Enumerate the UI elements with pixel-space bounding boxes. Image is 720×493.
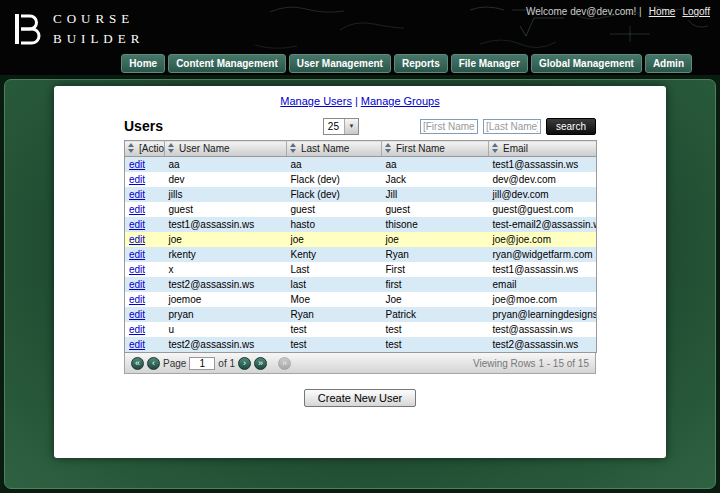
table-row: edittest2@assassin.wstesttesttest2@assas… [125,337,597,353]
sort-icon[interactable] [128,143,135,153]
cell-first-name: first [382,277,489,292]
sort-icon[interactable] [290,143,297,153]
cell-last-name: Moe [287,292,382,307]
column-header-action[interactable]: [Action] [125,141,165,157]
users-panel: Manage Users|Manage Groups Users 25 sear… [54,86,666,458]
cell-email: test2@assassin.ws [489,337,597,353]
cell-action: edit [125,217,165,232]
column-header-last-name[interactable]: Last Name [287,141,382,157]
cell-email: jill@dev.com [489,187,597,202]
edit-link[interactable]: edit [129,234,145,245]
pager-of-label: of 1 [218,358,235,369]
edit-link[interactable]: edit [129,264,145,275]
cell-email: test1@assassin.ws [489,157,597,173]
cell-last-name: Kenty [287,247,382,262]
cell-email: guest@guest.com [489,202,597,217]
cell-last-name: Flack (dev) [287,187,382,202]
column-header-user-name[interactable]: User Name [165,141,287,157]
sort-icon[interactable] [168,143,175,153]
nav-tab-reports[interactable]: Reports [394,54,448,73]
column-header-first-name[interactable]: First Name [382,141,489,157]
cell-user-name: jills [165,187,287,202]
edit-link[interactable]: edit [129,309,145,320]
search-button[interactable]: search [546,118,596,135]
first-name-filter-input[interactable] [420,119,478,134]
cell-user-name: test1@assassin.ws [165,217,287,232]
nav-tab-global-management[interactable]: Global Management [531,54,642,73]
nav-tab-file-manager[interactable]: File Manager [451,54,528,73]
cell-action: edit [125,157,165,173]
edit-link[interactable]: edit [129,189,145,200]
edit-link[interactable]: edit [129,249,145,260]
sort-icon[interactable] [492,143,499,153]
table-row: editdevFlack (dev)Jackdev@dev.com [125,172,597,187]
cell-email: joe@moe.com [489,292,597,307]
column-header-label: Last Name [301,143,349,154]
create-new-user-button[interactable]: Create New User [304,389,416,407]
edit-link[interactable]: edit [129,204,145,215]
cell-user-name: x [165,262,287,277]
link-separator: | [355,95,358,107]
cell-email: dev@dev.com [489,172,597,187]
nav-tab-admin[interactable]: Admin [645,54,692,73]
pager-page-label: Page [163,358,186,369]
cell-email: test-email2@assassin.ws [489,217,597,232]
cell-action: edit [125,202,165,217]
cell-first-name: Jill [382,187,489,202]
cell-first-name: Patrick [382,307,489,322]
manage-groups-link[interactable]: Manage Groups [361,95,440,107]
page-title: Users [124,118,163,134]
edit-link[interactable]: edit [129,279,145,290]
page-size-select[interactable]: 25 [323,118,359,135]
page-number-input[interactable] [189,357,215,370]
cell-first-name: thisone [382,217,489,232]
column-header-label: Email [503,143,528,154]
cell-last-name: guest [287,202,382,217]
table-row: editpryanRyanPatrickpryan@learningdesign… [125,307,597,322]
pager: « ‹ Page of 1 › » » Viewing Rows 1 - 15 … [124,353,596,374]
manage-links: Manage Users|Manage Groups [54,95,666,107]
logo-line-course: COURSE [53,9,144,29]
chevron-down-icon [344,119,358,134]
edit-link[interactable]: edit [129,219,145,230]
last-name-filter-input[interactable] [483,119,541,134]
pager-prev-button[interactable]: ‹ [147,357,160,370]
cell-first-name: Jack [382,172,489,187]
cell-last-name: test [287,337,382,353]
pager-first-button[interactable]: « [131,357,144,370]
cell-email: joe@joe.com [489,232,597,247]
cell-action: edit [125,232,165,247]
sort-icon[interactable] [385,143,392,153]
cell-action: edit [125,262,165,277]
users-section: Users 25 search [124,115,596,407]
pager-last-button[interactable]: » [254,357,267,370]
home-link[interactable]: Home [649,6,676,17]
edit-link[interactable]: edit [129,174,145,185]
cell-first-name: guest [382,202,489,217]
cell-last-name: hasto [287,217,382,232]
cell-action: edit [125,292,165,307]
cell-action: edit [125,277,165,292]
cell-first-name: joe [382,232,489,247]
table-row: editjoejoejoejoe@joe.com [125,232,597,247]
table-row: editguestguestguestguest@guest.com [125,202,597,217]
cell-last-name: Ryan [287,307,382,322]
cell-user-name: test2@assassin.ws [165,337,287,353]
pager-next-button[interactable]: › [238,357,251,370]
edit-link[interactable]: edit [129,324,145,335]
nav-tab-content-management[interactable]: Content Management [168,54,286,73]
cell-last-name: Last [287,262,382,277]
edit-link[interactable]: edit [129,159,145,170]
logoff-link[interactable]: Logoff [682,6,710,17]
cell-first-name: Joe [382,292,489,307]
nav-tab-home[interactable]: Home [121,54,165,73]
edit-link[interactable]: edit [129,339,145,350]
column-header-email[interactable]: Email [489,141,597,157]
page: COURSE BUILDER Welcome dev@dev.com! | Ho… [0,0,720,493]
edit-link[interactable]: edit [129,294,145,305]
manage-users-link[interactable]: Manage Users [280,95,352,107]
table-row: editaaaaaatest1@assassin.ws [125,157,597,173]
nav-tab-user-management[interactable]: User Management [289,54,391,73]
cell-email: test1@assassin.ws [489,262,597,277]
pager-refresh-button[interactable]: » [278,357,291,370]
